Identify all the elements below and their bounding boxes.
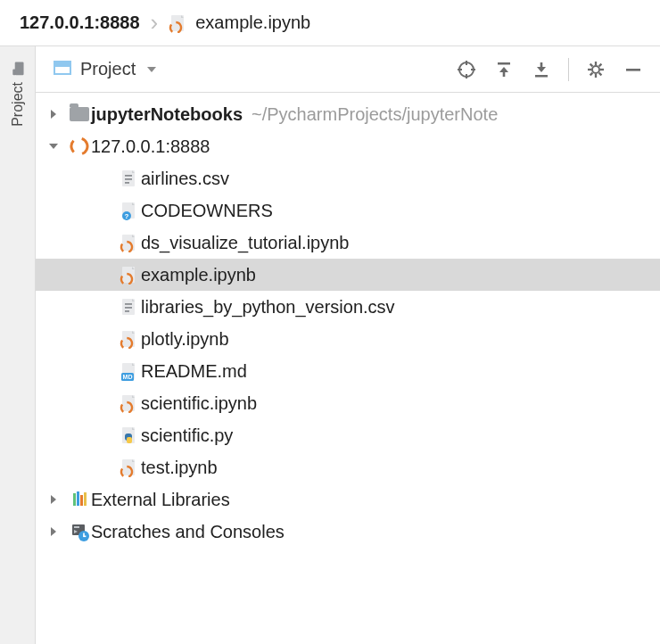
tree-file-label: README.md xyxy=(141,361,247,382)
chevron-right-icon[interactable] xyxy=(48,526,68,537)
breadcrumb-file[interactable]: example.ipynb xyxy=(195,12,310,33)
tree-label: External Libraries xyxy=(91,490,230,510)
breadcrumb-separator-icon: › xyxy=(151,9,159,37)
tree-file-node[interactable]: ds_visualize_tutorial.ipynb xyxy=(36,227,660,259)
tree-file-label: libraries_by_python_version.csv xyxy=(141,297,395,318)
chevron-down-icon[interactable] xyxy=(48,141,68,152)
breadcrumb: 127.0.0.1:8888 › example.ipynb xyxy=(0,0,660,46)
py-file-icon xyxy=(118,425,141,445)
external-libraries-icon xyxy=(68,490,91,509)
tree-file-node[interactable]: example.ipynb xyxy=(36,259,660,291)
locate-button[interactable] xyxy=(452,55,481,84)
jupyter-server-icon xyxy=(68,136,91,157)
chevron-right-icon[interactable] xyxy=(48,494,68,505)
tree-file-node[interactable]: airlines.csv xyxy=(36,162,660,194)
tree-file-node[interactable]: test.ipynb xyxy=(36,451,660,483)
text-file-icon xyxy=(118,297,141,317)
settings-button[interactable] xyxy=(582,55,610,84)
tree-file-node[interactable]: scientific.py xyxy=(36,419,660,451)
tree-file-label: scientific.ipynb xyxy=(141,393,257,414)
expand-all-button[interactable] xyxy=(490,55,518,84)
tree-file-label: example.ipynb xyxy=(141,265,256,285)
ipynb-file-icon xyxy=(118,329,141,349)
ipynb-file-icon xyxy=(118,265,141,285)
chevron-down-icon[interactable] xyxy=(144,62,159,77)
jupyter-notebook-icon xyxy=(169,13,188,33)
tree-file-node[interactable]: scientific.ipynb xyxy=(36,387,660,419)
folder-icon xyxy=(68,107,91,121)
tree-label: 127.0.0.1:8888 xyxy=(91,136,210,157)
tree-file-node[interactable]: libraries_by_python_version.csv xyxy=(36,291,660,323)
tree-file-label: test.ipynb xyxy=(141,458,218,478)
ipynb-file-icon xyxy=(118,458,141,477)
tree-node-jupyter-server[interactable]: 127.0.0.1:8888 xyxy=(36,130,660,162)
tree-file-label: ds_visualize_tutorial.ipynb xyxy=(141,233,349,253)
tree-file-label: plotly.ipynb xyxy=(141,329,229,350)
tree-label: jupyterNotebooks xyxy=(91,104,243,125)
tree-file-node[interactable]: README.md xyxy=(36,355,660,387)
text-file-icon xyxy=(118,169,141,188)
project-view-icon xyxy=(54,59,71,79)
ipynb-file-icon xyxy=(118,233,141,252)
tree-file-label: airlines.csv xyxy=(141,169,229,189)
hide-panel-button[interactable] xyxy=(619,55,648,84)
tree-file-node[interactable]: CODEOWNERS xyxy=(36,194,660,227)
unknown-file-icon xyxy=(118,201,141,220)
folder-icon xyxy=(10,61,26,77)
project-tool-tab[interactable]: Project xyxy=(8,52,28,136)
tree-file-label: scientific.py xyxy=(141,425,233,446)
tree-node-external-libraries[interactable]: External Libraries xyxy=(36,483,660,516)
breadcrumb-root[interactable]: 127.0.0.1:8888 xyxy=(20,12,140,33)
tree-node-scratches[interactable]: Scratches and Consoles xyxy=(36,516,660,548)
tool-window-stripe: Project xyxy=(0,46,36,644)
project-tree[interactable]: jupyterNotebooks ~/PycharmProjects/jupyt… xyxy=(36,93,660,644)
svg-rect-43 xyxy=(12,70,15,76)
chevron-right-icon[interactable] xyxy=(48,109,68,120)
panel-header: Project xyxy=(36,46,660,93)
md-file-icon xyxy=(118,361,141,381)
tree-file-label: CODEOWNERS xyxy=(141,201,273,221)
tree-node-project-root[interactable]: jupyterNotebooks ~/PycharmProjects/jupyt… xyxy=(36,98,660,130)
panel-title[interactable]: Project xyxy=(80,59,136,79)
project-tab-label: Project xyxy=(10,82,26,127)
ipynb-file-icon xyxy=(118,393,141,413)
tree-file-node[interactable]: plotly.ipynb xyxy=(36,323,660,355)
tree-label: Scratches and Consoles xyxy=(91,522,285,542)
scratches-icon xyxy=(68,522,91,541)
project-panel: Project jupyterNotebooks ~/PycharmProjec… xyxy=(36,46,660,644)
tree-hint: ~/PycharmProjects/jupyterNote xyxy=(252,104,498,125)
toolbar-separator xyxy=(568,58,569,81)
svg-rect-42 xyxy=(14,62,23,76)
collapse-all-button[interactable] xyxy=(527,55,556,84)
